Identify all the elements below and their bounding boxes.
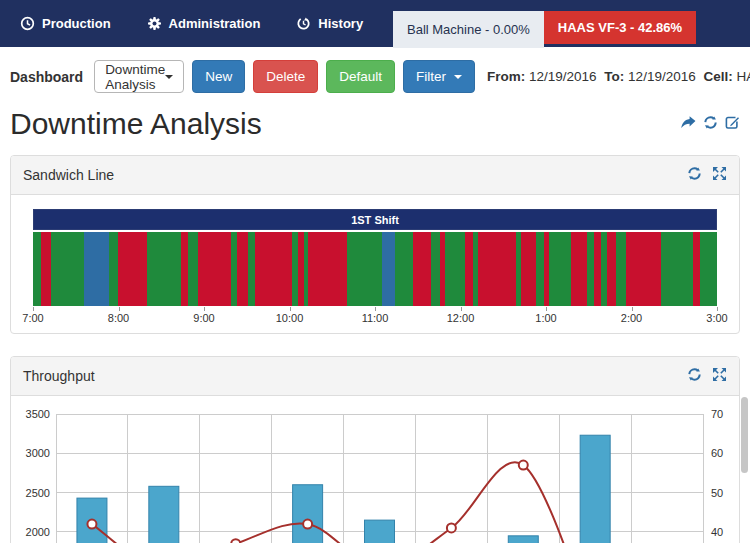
line-marker[interactable]: [519, 461, 528, 470]
timeline-segment[interactable]: [109, 232, 118, 306]
filter-button-label: Filter: [416, 69, 446, 84]
nav-item-history[interactable]: History: [296, 16, 363, 31]
timeline-segment[interactable]: [147, 232, 181, 306]
cell-label: Cell:: [703, 69, 732, 84]
axis-hour-label: 8:00: [108, 312, 129, 324]
timeline-segment[interactable]: [41, 232, 51, 306]
combo-chart-svg: 350070300060250050200040: [11, 396, 739, 543]
shift-header-bar[interactable]: 1ST Shift: [33, 209, 717, 230]
timeline-segment[interactable]: [587, 232, 594, 306]
nav-item-label: History: [318, 16, 363, 31]
timeline-segment[interactable]: [84, 232, 108, 306]
line-marker[interactable]: [447, 523, 456, 532]
timeline-segment[interactable]: [549, 232, 571, 306]
timeline-segment[interactable]: [661, 232, 692, 306]
bar[interactable]: [365, 520, 395, 543]
line-marker[interactable]: [231, 539, 240, 543]
shift-label: 1ST Shift: [351, 214, 399, 226]
panel-title: Sandwich Line: [23, 167, 114, 183]
timeline-segment[interactable]: [521, 232, 536, 306]
new-button[interactable]: New: [192, 60, 245, 93]
scrollbar-thumb[interactable]: [741, 397, 748, 473]
tab-ball-machine[interactable]: Ball Machine - 0.00%: [393, 11, 544, 48]
timeline-segments: [33, 232, 717, 306]
clock-icon: [20, 16, 35, 31]
refresh-icon[interactable]: [687, 367, 702, 385]
axis-hour-label: 9:00: [193, 312, 214, 324]
timeline-segment[interactable]: [571, 232, 587, 306]
axis-tick: [717, 307, 718, 311]
expand-icon[interactable]: [712, 367, 727, 385]
timeline-segment[interactable]: [536, 232, 543, 306]
panel-sandwich-header: Sandwich Line: [11, 156, 739, 195]
timeline-segment[interactable]: [51, 232, 84, 306]
history-icon: [296, 16, 311, 31]
bar[interactable]: [293, 485, 323, 543]
edit-icon[interactable]: [725, 115, 740, 135]
timeline-segment[interactable]: [693, 232, 700, 306]
timeline-segment[interactable]: [395, 232, 412, 306]
axis-tick: [461, 307, 462, 311]
title-actions: [680, 115, 740, 135]
top-navbar: Production Administration History Analyt…: [0, 0, 750, 47]
axis-tick: [119, 307, 120, 311]
timeline-segment[interactable]: [308, 232, 347, 306]
right-axis-tick-label: 50: [711, 487, 723, 499]
timeline-segment[interactable]: [413, 232, 431, 306]
to-value: 12/19/2016: [628, 69, 696, 84]
dashboard-toolbar: Dashboard Downtime Analysis New Delete D…: [0, 47, 750, 105]
timeline-segment[interactable]: [347, 232, 382, 306]
nav-item-administration[interactable]: Administration: [147, 16, 261, 31]
bar[interactable]: [149, 486, 179, 543]
timeline-segment[interactable]: [237, 232, 248, 306]
tab-haas-vf3[interactable]: HAAS VF-3 - 42.86%: [544, 11, 696, 44]
from-value: 12/19/2016: [529, 69, 597, 84]
share-icon[interactable]: [680, 115, 696, 135]
panel-throughput: Throughput 350070300060250050200040: [10, 356, 740, 543]
axis-tick: [33, 307, 34, 311]
axis-hour-label: 3:00: [706, 312, 727, 324]
axis-hour-label: 1:00: [535, 312, 556, 324]
timeline-segment[interactable]: [188, 232, 198, 306]
line-marker[interactable]: [303, 520, 312, 529]
panel-sandwich-line: Sandwich Line 1ST Shift 7:008:009:0010:0…: [10, 155, 740, 334]
expand-icon[interactable]: [712, 166, 727, 184]
filter-button[interactable]: Filter: [403, 60, 475, 93]
delete-button[interactable]: Delete: [253, 60, 318, 93]
timeline-segment[interactable]: [607, 232, 616, 306]
dashboard-select-value: Downtime Analysis: [105, 62, 165, 92]
nav-item-production[interactable]: Production: [20, 16, 111, 31]
machine-tabs: Ball Machine - 0.00% HAAS VF-3 - 42.86%: [393, 11, 696, 48]
dashboard-select[interactable]: Downtime Analysis: [94, 60, 184, 93]
timeline-segment[interactable]: [445, 232, 465, 306]
timeline-segment[interactable]: [626, 232, 661, 306]
timeline-segment[interactable]: [181, 232, 188, 306]
right-axis-tick-label: 60: [711, 447, 723, 459]
timeline-segment[interactable]: [198, 232, 231, 306]
line-marker[interactable]: [87, 520, 96, 529]
axis-hour-label: 7:00: [22, 312, 43, 324]
panel-actions: [687, 166, 727, 184]
axis-tick: [632, 307, 633, 311]
bar[interactable]: [508, 536, 538, 543]
timeline-segment[interactable]: [594, 232, 601, 306]
left-axis-tick-label: 3500: [26, 408, 50, 420]
refresh-icon[interactable]: [687, 166, 702, 184]
refresh-icon[interactable]: [703, 115, 718, 135]
timeline-segment[interactable]: [255, 232, 292, 306]
timeline-segment[interactable]: [465, 232, 473, 306]
timeline-segment[interactable]: [382, 232, 395, 306]
timeline-segment[interactable]: [431, 232, 440, 306]
timeline-segment[interactable]: [33, 232, 41, 306]
timeline-segment[interactable]: [616, 232, 626, 306]
left-axis-tick-label: 2000: [26, 526, 50, 538]
timeline-segment[interactable]: [118, 232, 147, 306]
axis-tick: [546, 307, 547, 311]
nav-item-label: Production: [42, 16, 111, 31]
bar[interactable]: [580, 435, 610, 543]
left-axis-tick-label: 2500: [26, 487, 50, 499]
axis-hour-label: 10:00: [276, 312, 304, 324]
timeline-segment[interactable]: [700, 232, 717, 306]
timeline-segment[interactable]: [478, 232, 516, 306]
default-button[interactable]: Default: [326, 60, 395, 93]
